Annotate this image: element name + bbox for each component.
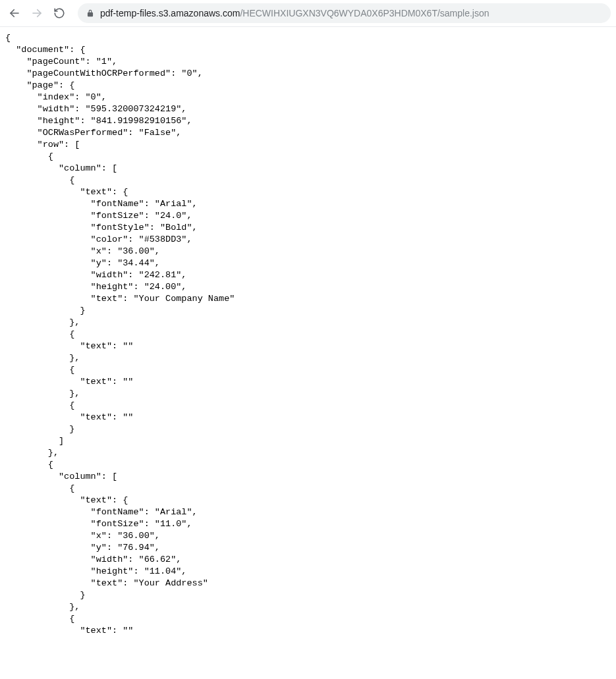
reload-icon <box>53 7 65 19</box>
url-domain: pdf-temp-files.s3.amazonaws.com <box>100 8 240 18</box>
arrow-right-icon <box>31 7 43 19</box>
json-content: { "document": { "pageCount": "1", "pageC… <box>0 27 616 642</box>
url-text: pdf-temp-files.s3.amazonaws.com/HECWIHXI… <box>100 8 490 18</box>
back-button[interactable] <box>5 4 24 22</box>
forward-button[interactable] <box>28 4 46 22</box>
lock-icon <box>86 9 95 18</box>
arrow-left-icon <box>9 7 20 19</box>
address-bar[interactable]: pdf-temp-files.s3.amazonaws.com/HECWIHXI… <box>78 3 611 23</box>
browser-toolbar: pdf-temp-files.s3.amazonaws.com/HECWIHXI… <box>0 0 616 26</box>
reload-button[interactable] <box>50 4 69 22</box>
url-path: /HECWIHXIUGXN3VQ6WYDA0X6P3HDM0X6T/sample… <box>240 8 489 18</box>
